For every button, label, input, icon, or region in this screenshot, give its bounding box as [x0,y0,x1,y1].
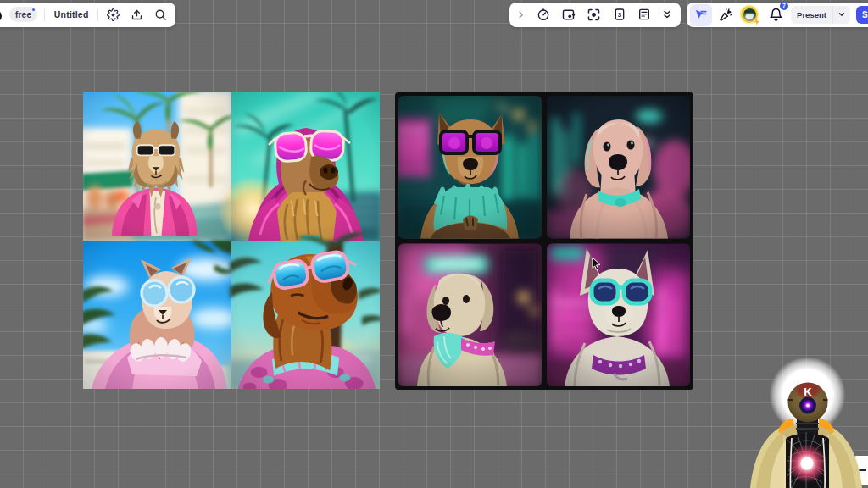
svg-text:K: K [804,385,812,398]
svg-text:3: 3 [617,11,621,19]
